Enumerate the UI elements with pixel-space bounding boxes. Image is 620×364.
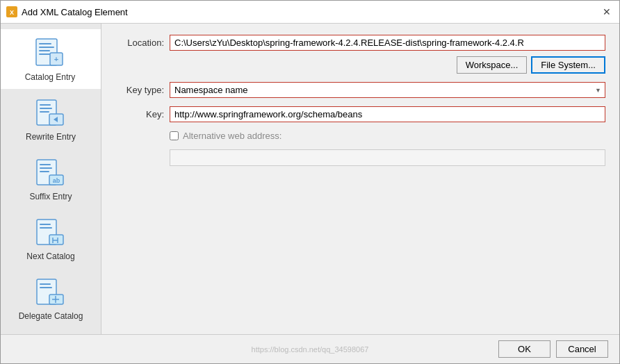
alt-web-checkbox[interactable]: [170, 131, 179, 140]
dialog-title: Add XML Catalog Element: [22, 7, 128, 17]
svg-rect-21: [40, 224, 51, 225]
key-input[interactable]: [170, 106, 605, 122]
svg-rect-25: [40, 283, 51, 285]
svg-rect-15: [40, 164, 51, 165]
keytype-label: Key type:: [115, 85, 164, 95]
keytype-select[interactable]: Namespace name: [170, 82, 605, 98]
sidebar-label-catalog-entry: Catalog Entry: [25, 72, 76, 82]
dialog-icon: X: [6, 6, 17, 17]
footer: https://blog.csdn.net/qq_34598067 OK Can…: [1, 334, 619, 363]
svg-rect-3: [39, 43, 51, 44]
keytype-row: Key type: Namespace name: [115, 82, 605, 98]
svg-rect-26: [40, 287, 52, 288]
location-input[interactable]: [170, 35, 605, 51]
sidebar-label-suffix-entry: Suffix Entry: [29, 192, 72, 201]
sidebar: + Catalog Entry Rewrite Entry: [1, 24, 101, 334]
workspace-button[interactable]: Workspace...: [457, 56, 528, 74]
svg-rect-16: [40, 167, 52, 169]
ok-button[interactable]: OK: [498, 340, 550, 358]
sidebar-item-rewrite-entry[interactable]: Rewrite Entry: [1, 89, 101, 149]
filesystem-button[interactable]: File System...: [531, 56, 605, 74]
close-button[interactable]: ✕: [600, 5, 614, 19]
delegate-catalog-icon: [34, 275, 67, 308]
catalog-entry-icon: +: [33, 36, 67, 69]
svg-text:ab: ab: [53, 177, 60, 184]
svg-rect-4: [39, 47, 54, 48]
sidebar-label-next-catalog: Next Catalog: [26, 251, 74, 261]
svg-rect-23: [49, 235, 63, 245]
title-bar: X Add XML Catalog Element ✕: [1, 1, 619, 24]
rewrite-entry-icon: [34, 96, 67, 129]
sidebar-item-delegate-catalog[interactable]: Delegate Catalog: [1, 268, 101, 328]
alt-web-label: Alternative web address:: [183, 131, 282, 141]
svg-rect-17: [40, 171, 49, 172]
main-content: Location: Workspace... File System... Ke…: [101, 24, 619, 334]
svg-rect-22: [40, 227, 52, 229]
location-row: Location:: [115, 35, 605, 51]
key-row: Key:: [115, 106, 605, 122]
sidebar-label-delegate-catalog: Delegate Catalog: [19, 311, 83, 321]
svg-rect-11: [40, 108, 52, 109]
dialog-body: + Catalog Entry Rewrite Entry: [1, 24, 619, 334]
sidebar-item-next-catalog[interactable]: Next Catalog: [1, 208, 101, 268]
key-label: Key:: [115, 109, 164, 119]
sidebar-label-rewrite-entry: Rewrite Entry: [26, 132, 76, 142]
svg-text:+: +: [54, 55, 58, 63]
alt-web-checkbox-row: Alternative web address:: [170, 131, 605, 141]
location-label: Location:: [115, 38, 164, 48]
svg-text:X: X: [10, 9, 14, 16]
svg-rect-12: [40, 111, 49, 113]
button-row: Workspace... File System...: [115, 56, 605, 74]
suffix-entry-icon: ab: [34, 156, 67, 189]
svg-rect-5: [39, 50, 50, 51]
keytype-select-wrapper: Namespace name: [170, 82, 605, 98]
watermark: https://blog.csdn.net/qq_34598067: [252, 345, 369, 354]
sidebar-item-suffix-entry[interactable]: ab Suffix Entry: [1, 149, 101, 208]
alt-web-input[interactable]: [170, 149, 605, 166]
cancel-button[interactable]: Cancel: [556, 340, 608, 358]
svg-rect-10: [40, 104, 51, 106]
sidebar-item-catalog-entry[interactable]: + Catalog Entry: [1, 29, 101, 89]
next-catalog-icon: [34, 215, 67, 249]
add-xml-catalog-dialog: X Add XML Catalog Element ✕ + Cat: [0, 0, 620, 364]
